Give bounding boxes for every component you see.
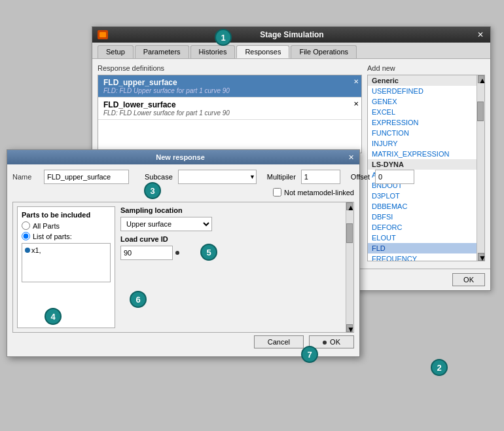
app-icon bbox=[98, 30, 108, 39]
scroll-down-arrow[interactable]: ▼ bbox=[478, 253, 484, 261]
tab-bar: Setup Parameters Histories Responses Fil… bbox=[92, 43, 490, 59]
sampling-label: Sampling location bbox=[120, 206, 342, 214]
add-new-item-6[interactable]: INJURY bbox=[368, 138, 477, 149]
add-new-item-4[interactable]: EXPRESSION bbox=[368, 117, 477, 128]
sampling-select[interactable]: Upper surface Lower surface Mid surface bbox=[120, 217, 212, 231]
add-new-item-7[interactable]: MATRIX_EXPRESSION bbox=[368, 149, 477, 159]
load-curve-row: Load curve ID bbox=[120, 235, 342, 260]
tab-parameters[interactable]: Parameters bbox=[135, 45, 189, 58]
add-new-section: Add new Generic USERDEFINED GENEX EXCEL … bbox=[367, 64, 485, 263]
svg-rect-0 bbox=[99, 32, 106, 37]
add-new-list: Generic USERDEFINED GENEX EXCEL EXPRESSI… bbox=[368, 75, 477, 261]
subcase-dropdown-icon[interactable]: ▼ bbox=[249, 174, 255, 180]
dialog-scroll-up[interactable]: ▲ bbox=[346, 202, 353, 210]
subcase-label: Subcase bbox=[145, 173, 173, 181]
load-curve-label: Load curve ID bbox=[120, 235, 342, 243]
offset-label: Offset bbox=[351, 173, 370, 181]
subcase-input[interactable] bbox=[178, 170, 257, 184]
all-parts-radio-row: All Parts bbox=[22, 221, 111, 230]
part-dot bbox=[25, 248, 30, 253]
tab-responses[interactable]: Responses bbox=[236, 45, 289, 58]
dialog-close-button[interactable]: ✕ bbox=[348, 153, 354, 162]
all-parts-radio[interactable] bbox=[22, 221, 30, 230]
dialog-title: New response bbox=[12, 153, 348, 161]
ok-label: OK bbox=[330, 338, 340, 346]
badge-6: 6 bbox=[130, 291, 147, 308]
name-input[interactable] bbox=[44, 170, 129, 184]
add-new-item-16[interactable]: FLD bbox=[368, 243, 477, 253]
ok-dot bbox=[323, 341, 327, 345]
load-curve-dot bbox=[175, 251, 179, 255]
add-new-item-17[interactable]: FREQUENCY bbox=[368, 253, 477, 261]
response-item-sub-0: FLD: FLD Upper surface for part 1 curve … bbox=[103, 87, 356, 94]
add-new-scrollbar[interactable]: ▲ ▼ bbox=[477, 75, 484, 261]
scroll-thumb[interactable] bbox=[477, 102, 484, 121]
response-item-close-1[interactable]: ✕ bbox=[353, 100, 359, 107]
add-new-item-15[interactable]: ELOUT bbox=[368, 233, 477, 243]
stage-window-close[interactable]: ✕ bbox=[476, 30, 485, 39]
tab-file-operations[interactable]: File Operations bbox=[291, 45, 357, 58]
add-new-item-3[interactable]: EXCEL bbox=[368, 107, 477, 117]
cancel-button[interactable]: Cancel bbox=[254, 335, 304, 348]
lower-content: Parts to be included All Parts List of p… bbox=[13, 202, 346, 332]
all-parts-label: All Parts bbox=[33, 222, 60, 230]
dialog-scrollbar[interactable]: ▲ ▼ bbox=[346, 202, 353, 332]
list-parts-radio[interactable] bbox=[22, 232, 30, 240]
scroll-up-arrow[interactable]: ▲ bbox=[478, 75, 484, 83]
response-item-sub-1: FLD: FLD Lower surface for part 1 curve … bbox=[103, 109, 356, 117]
add-new-item-0: Generic bbox=[368, 75, 477, 86]
not-metamodel-checkbox[interactable] bbox=[273, 188, 281, 197]
response-item-name-0: FLD_upper_surface bbox=[103, 78, 356, 87]
badge-7: 7 bbox=[301, 346, 318, 363]
checkbox-row: Not metamodel-linked bbox=[12, 188, 354, 197]
stage-window-titlebar: Stage Simulation ✕ bbox=[92, 27, 490, 43]
add-new-item-8: LS-DYNA bbox=[368, 159, 477, 170]
dialog-scroll-thumb[interactable] bbox=[346, 223, 353, 243]
new-response-dialog: New response ✕ Name Subcase ▼ Multipiler… bbox=[7, 149, 360, 357]
stage-window-title: Stage Simulation bbox=[108, 30, 476, 39]
parts-box-title: Parts to be included bbox=[22, 211, 111, 219]
multiplier-input[interactable] bbox=[301, 170, 340, 184]
add-new-item-11[interactable]: D3PLOT bbox=[368, 191, 477, 201]
right-section: Sampling location Upper surface Lower su… bbox=[120, 206, 342, 328]
dialog-body: Name Subcase ▼ Multipiler Offset Not met… bbox=[7, 164, 359, 356]
sampling-row: Sampling location Upper surface Lower su… bbox=[120, 206, 342, 231]
badge-5: 5 bbox=[200, 244, 217, 261]
add-new-item-5[interactable]: FUNCTION bbox=[368, 128, 477, 138]
offset-input[interactable] bbox=[375, 170, 414, 184]
list-parts-radio-row: List of parts: bbox=[22, 232, 111, 240]
tab-setup[interactable]: Setup bbox=[98, 45, 134, 58]
response-item-close-0[interactable]: ✕ bbox=[353, 78, 359, 85]
add-new-item-12[interactable]: DBBEMAC bbox=[368, 201, 477, 212]
badge-4: 4 bbox=[45, 308, 62, 325]
add-new-item-13[interactable]: DBFSI bbox=[368, 212, 477, 222]
badge-2: 2 bbox=[431, 359, 448, 376]
badge-1: 1 bbox=[215, 29, 232, 46]
name-label: Name bbox=[12, 173, 39, 181]
add-new-item-14[interactable]: DEFORC bbox=[368, 222, 477, 233]
name-row: Name Subcase ▼ Multipiler Offset bbox=[12, 170, 354, 184]
lower-area: Parts to be included All Parts List of p… bbox=[12, 202, 354, 333]
stage-ok-button[interactable]: OK bbox=[452, 273, 485, 286]
not-metamodel-label: Not metamodel-linked bbox=[284, 189, 354, 197]
dialog-ok-button[interactable]: OK bbox=[309, 335, 354, 348]
add-new-item-1[interactable]: USERDEFINED bbox=[368, 86, 477, 96]
add-new-item-2[interactable]: GENEX bbox=[368, 96, 477, 107]
response-list: FLD_upper_surface FLD: FLD Upper surface… bbox=[98, 75, 362, 153]
tab-histories[interactable]: Histories bbox=[190, 45, 236, 58]
dialog-scroll-down[interactable]: ▼ bbox=[346, 324, 353, 332]
part-item-label: x1, bbox=[31, 246, 41, 254]
badge-3: 3 bbox=[144, 182, 161, 199]
list-parts-label: List of parts: bbox=[33, 233, 72, 240]
parts-list-item-0: x1, bbox=[25, 246, 107, 254]
multiplier-label: Multipiler bbox=[267, 173, 296, 181]
parts-box: Parts to be included All Parts List of p… bbox=[17, 206, 115, 328]
add-new-label: Add new bbox=[367, 64, 485, 72]
response-item-1[interactable]: FLD_lower_surface FLD: FLD Lower surface… bbox=[98, 98, 361, 120]
response-section-label: Response definitions bbox=[98, 64, 362, 72]
response-item-name-1: FLD_lower_surface bbox=[103, 100, 356, 109]
dialog-titlebar: New response ✕ bbox=[7, 150, 359, 164]
load-curve-input[interactable] bbox=[120, 246, 173, 260]
response-item-0[interactable]: FLD_upper_surface FLD: FLD Upper surface… bbox=[98, 75, 361, 98]
parts-list-box: x1, bbox=[22, 243, 111, 282]
